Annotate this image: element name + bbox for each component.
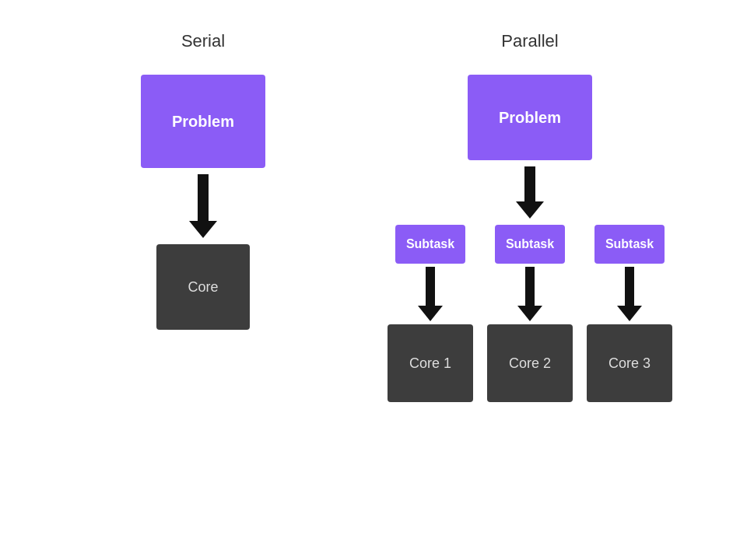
subtask-box-2: Subtask [495,225,565,264]
serial-arrow-head [189,221,217,238]
core-label-2: Core 2 [509,355,551,372]
parallel-problem-label: Problem [499,109,561,127]
serial-title: Serial [181,31,225,51]
subtask-label-3: Subtask [605,237,654,251]
parallel-arrow-shaft-3 [625,267,634,306]
parallel-arrow-2 [517,267,542,321]
parallel-arrow-shaft-2 [525,267,535,306]
subtask-box-3: Subtask [594,225,665,264]
serial-arrow-shaft [198,174,209,221]
parallel-arrow-head-2 [517,306,542,321]
subtask-label-1: Subtask [406,237,454,251]
parallel-problem-box: Problem [468,75,592,160]
serial-problem-label: Problem [172,113,234,131]
subtask-label-2: Subtask [506,237,554,251]
parallel-arrow-1 [418,267,443,321]
core-label-3: Core 3 [608,355,651,372]
parallel-arrow-3 [617,267,642,321]
subtask-row: Subtask Core 1 Subtask [388,225,672,402]
parallel-main-arrow [516,166,544,219]
serial-section: Serial Problem Core [40,31,366,330]
parallel-arrow-head-1 [418,306,443,321]
parallel-arrow-head-3 [617,306,642,321]
parallel-section: Parallel Problem Subtask Core 1 [366,31,693,402]
core-label-1: Core 1 [409,355,451,372]
serial-arrow [189,174,217,238]
parallel-col-1: Subtask Core 1 [388,225,473,402]
main-container: Serial Problem Core Parallel Problem Sub… [0,0,733,560]
parallel-col-3: Subtask Core 3 [587,225,672,402]
parallel-arrow-shaft-1 [426,267,435,306]
serial-core-label: Core [188,279,218,296]
serial-problem-box: Problem [141,75,265,168]
core-box-3: Core 3 [587,324,672,402]
subtask-box-1: Subtask [395,225,465,264]
core-box-1: Core 1 [388,324,473,402]
parallel-col-2: Subtask Core 2 [487,225,573,402]
parallel-main-arrow-head [516,201,544,219]
parallel-title: Parallel [501,31,558,51]
serial-core-box: Core [156,244,250,330]
core-box-2: Core 2 [487,324,573,402]
parallel-main-arrow-shaft [524,166,535,201]
